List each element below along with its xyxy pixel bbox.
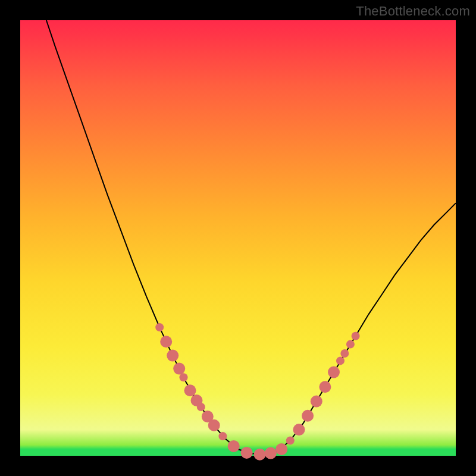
curve-dot	[155, 323, 164, 331]
curve-dot	[319, 381, 331, 393]
curve-dot	[208, 419, 220, 431]
curve-dot	[228, 440, 240, 452]
curve-dot	[352, 332, 360, 340]
curve-dot	[328, 367, 340, 378]
curve-dot	[265, 447, 277, 459]
curve-dot	[293, 424, 305, 436]
curve-dot	[336, 356, 345, 365]
curve-dot	[340, 349, 349, 358]
curve-dot	[160, 336, 172, 347]
curve-dot	[218, 432, 227, 440]
curve-dot	[184, 384, 196, 396]
curve-dot	[173, 363, 185, 375]
curve-dot	[302, 410, 314, 422]
curve-line	[46, 20, 456, 455]
curve-dot	[346, 340, 355, 349]
curve-dots	[155, 323, 359, 461]
curve-dot	[241, 447, 253, 459]
curve-dot	[275, 443, 287, 455]
curve-dot	[167, 350, 178, 362]
plot-area	[20, 20, 456, 456]
curve-dot	[180, 373, 188, 381]
curve-dot	[311, 396, 322, 408]
curve-dot	[286, 436, 295, 444]
watermark-text: TheBottleneck.com	[356, 4, 470, 19]
curve-dot	[197, 403, 205, 411]
curve-dot	[254, 449, 266, 461]
chart-frame: TheBottleneck.com	[0, 0, 476, 476]
chart-svg	[20, 20, 456, 456]
